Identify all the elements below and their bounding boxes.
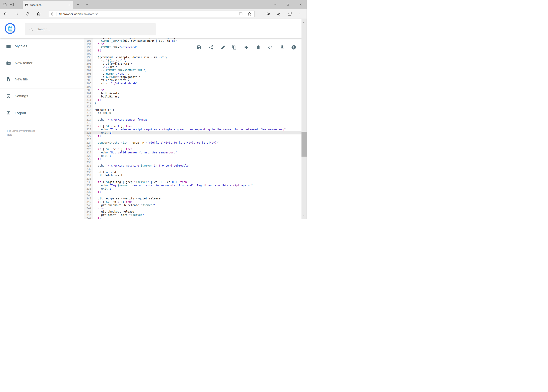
tab-close-icon[interactable]	[68, 4, 71, 6]
share-button[interactable]	[285, 9, 294, 19]
move-button[interactable]	[244, 45, 249, 50]
code-line-212[interactable]: 212}	[84, 102, 301, 105]
code-text: release () {	[93, 108, 114, 112]
code-line-227[interactable]: 227 echo "Not valid semver format. See s…	[84, 151, 301, 154]
code-line-241[interactable]: 241 git rev-parse --verify --quiet relea…	[84, 197, 301, 200]
window-minimize-button[interactable]	[271, 0, 280, 9]
code-line-230[interactable]: 230	[84, 161, 301, 164]
refresh-button[interactable]	[23, 9, 32, 19]
code-line-201[interactable]: 201 -w //src \	[84, 65, 301, 69]
code-line-199[interactable]: 199 -u "$(id -u)" \	[84, 59, 301, 62]
code-line-243[interactable]: 243 git checkout -b release "$semver"	[84, 203, 301, 207]
share-file-button[interactable]	[208, 45, 214, 50]
code-line-218[interactable]: 218	[84, 121, 301, 125]
home-button[interactable]	[34, 9, 43, 19]
code-line-220[interactable]: 220 echo "This release script requires a…	[84, 128, 301, 131]
settings-more-button[interactable]	[296, 9, 305, 19]
annotate-button[interactable]	[275, 9, 283, 19]
code-line-205[interactable]: 205 filebrowser/dev \	[84, 78, 301, 82]
code-line-237[interactable]: 237 echo "Tag $semver does not exist in …	[84, 184, 301, 187]
code-line-202[interactable]: 202 -e COMMIT_SHA=$COMMIT_SHA \	[84, 69, 301, 72]
back-button[interactable]	[1, 9, 10, 19]
scroll-up-button[interactable]	[301, 20, 306, 25]
code-line-206[interactable]: 206 sh -c "./wizard.sh -b"	[84, 82, 301, 85]
sidebar-item-my-files[interactable]: My files	[0, 41, 82, 52]
info-button[interactable]	[291, 45, 296, 50]
code-line-216[interactable]: 216	[84, 115, 301, 118]
browser-tab[interactable]: wizard.sh	[23, 1, 73, 9]
code-line-232[interactable]: 232	[84, 167, 301, 171]
code-line-214[interactable]: 214▾release () {	[84, 108, 301, 112]
line-number: 200	[84, 62, 93, 65]
code-line-217[interactable]: 217 echo "> Checking semver format"	[84, 118, 301, 121]
code-line-226[interactable]: 226 if [ $? -ne 0 ]; then	[84, 147, 301, 151]
sidebar-item-new-folder[interactable]: New folder	[0, 57, 82, 69]
code-line-211[interactable]: 211 fi	[84, 98, 301, 102]
code-line-247[interactable]: 247 fi	[84, 217, 301, 219]
code-line-231[interactable]: 231 echo "> Checking matching $semver in…	[84, 164, 301, 167]
scroll-down-button[interactable]	[301, 213, 306, 218]
code-editor[interactable]: 192 if [ "$(command -v git)" != "" ] && …	[84, 38, 301, 219]
filebrowser-logo[interactable]	[5, 23, 16, 34]
code-line-200[interactable]: 200 -v /$(pwd):/src:z \	[84, 62, 301, 65]
code-line-213[interactable]: 213	[84, 105, 301, 108]
raw-code-button[interactable]	[268, 45, 273, 50]
code-line-207[interactable]: 207	[84, 85, 301, 88]
code-line-221[interactable]: 221 exit 1	[84, 131, 301, 134]
favorite-star-icon[interactable]	[247, 12, 252, 16]
new-tab-button[interactable]	[75, 2, 81, 7]
sidebar-item-settings[interactable]: Settings	[0, 91, 82, 102]
code-line-246[interactable]: 246 git reset --hard "$semver"	[84, 213, 301, 217]
code-line-235[interactable]: 235	[84, 177, 301, 181]
code-line-245[interactable]: 245 git checkout release	[84, 210, 301, 213]
code-line-215[interactable]: 215 cd $REPO	[84, 111, 301, 115]
fold-arrow-icon[interactable]: ▾	[91, 108, 92, 112]
code-line-223[interactable]: 223	[84, 138, 301, 141]
page-scrollbar[interactable]	[301, 19, 306, 219]
code-line-240[interactable]: 240	[84, 194, 301, 197]
code-line-193[interactable]: 193 COMMIT_SHA="$(git rev-parse HEAD | c…	[84, 39, 301, 42]
window-maximize-button[interactable]	[283, 0, 292, 9]
edit-button[interactable]	[221, 45, 226, 50]
code-line-234[interactable]: 234 git fetch --all	[84, 174, 301, 177]
hub-favorites-button[interactable]	[264, 9, 273, 19]
code-line-203[interactable]: 203 -e HOME="//tmp" \	[84, 72, 301, 75]
code-line-197[interactable]: 197	[84, 52, 301, 56]
code-line-236[interactable]: 236 if [ $(git tag | grep "$semver" | wc…	[84, 181, 301, 184]
code-line-238[interactable]: 238 exit 1	[84, 187, 301, 190]
code-line-204[interactable]: 204 -e GOPATH=//tmp/gopath \	[84, 75, 301, 79]
tab-preview-button[interactable]	[2, 2, 8, 7]
code-line-198[interactable]: 198 $(command -v winpty) docker run --rm…	[84, 56, 301, 59]
code-line-225[interactable]: 225	[84, 144, 301, 147]
tab-list-dropdown[interactable]	[84, 2, 90, 7]
code-line-242[interactable]: 242 if [ $? -ne 0 ]; then	[84, 200, 301, 203]
code-line-228[interactable]: 228 exit 1	[84, 154, 301, 158]
sidebar-item-new-file[interactable]: New file	[0, 74, 82, 85]
delete-button[interactable]	[256, 45, 261, 50]
copy-button[interactable]	[232, 45, 237, 50]
search-box[interactable]	[25, 23, 156, 35]
download-button[interactable]	[280, 45, 285, 50]
search-input[interactable]	[36, 27, 134, 32]
code-line-208[interactable]: 208 else	[84, 88, 301, 92]
new-file-icon	[6, 77, 11, 82]
code-line-219[interactable]: 219 if [ $# -ne 1 ]; then	[84, 125, 301, 128]
code-line-222[interactable]: 222 fi	[84, 134, 301, 138]
code-line-209[interactable]: 209 buildAssets	[84, 92, 301, 95]
scrollbar-thumb[interactable]	[301, 132, 306, 157]
code-line-229[interactable]: 229 fi	[84, 157, 301, 161]
code-line-210[interactable]: 210 buildBinary	[84, 95, 301, 98]
code-line-224[interactable]: 224 semver=$(echo "$1" | grep -P '^v(0|[…	[84, 141, 301, 144]
reading-view-icon[interactable]	[239, 12, 243, 16]
window-close-button[interactable]	[296, 0, 305, 9]
code-line-239[interactable]: 239 fi	[84, 190, 301, 194]
set-aside-tabs-button[interactable]	[9, 2, 15, 7]
forward-button[interactable]	[12, 9, 21, 19]
sidebar-item-logout[interactable]: Logout	[0, 108, 82, 119]
site-info-icon[interactable]	[51, 12, 55, 16]
save-button[interactable]	[197, 45, 202, 50]
code-line-244[interactable]: 244 else	[84, 207, 301, 210]
address-bar[interactable]: filebrowser.web/files/wizard.sh	[49, 11, 255, 17]
help-link[interactable]: Help	[7, 133, 35, 137]
code-line-233[interactable]: 233 cd frontend	[84, 171, 301, 174]
